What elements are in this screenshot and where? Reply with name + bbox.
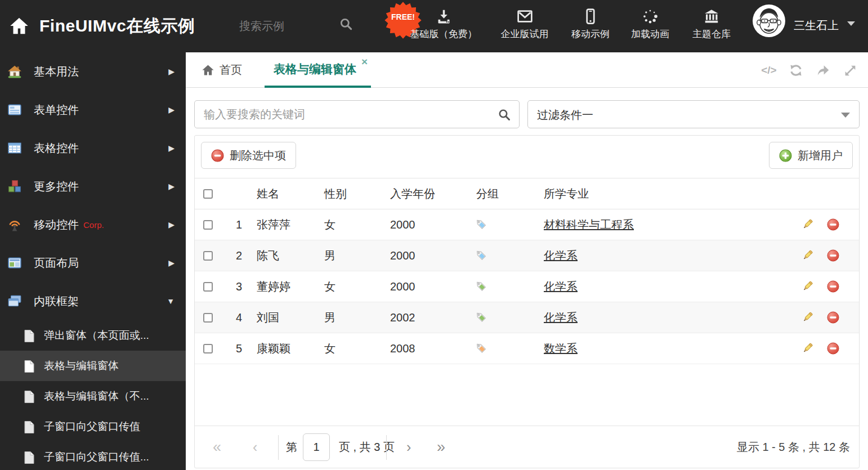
tag-icon bbox=[474, 248, 487, 264]
row-checkbox[interactable] bbox=[203, 251, 213, 261]
tab-toolbar: </> bbox=[761, 63, 858, 78]
chevron-down-icon bbox=[841, 113, 850, 118]
cubes-icon bbox=[7, 179, 22, 194]
nav-theme-repository[interactable]: 主题仓库 bbox=[692, 8, 731, 41]
major-link[interactable]: 数学系 bbox=[544, 341, 578, 356]
maximize-icon[interactable] bbox=[842, 63, 858, 78]
column-header-group[interactable]: 分组 bbox=[476, 178, 499, 209]
keyword-search-box bbox=[194, 100, 520, 128]
chevron-right-icon: ▶ bbox=[168, 67, 175, 76]
mobile-phone-icon bbox=[582, 8, 599, 25]
user-avatar[interactable] bbox=[753, 5, 785, 37]
sidebar-subitem-label: 子窗口向父窗口传值... bbox=[44, 450, 149, 464]
row-checkbox[interactable] bbox=[203, 282, 213, 292]
sidebar-item-page-layout[interactable]: 页面布局 ▶ bbox=[0, 244, 186, 282]
tag-icon bbox=[474, 341, 487, 357]
divider bbox=[278, 426, 279, 468]
tab-home[interactable]: 首页 bbox=[202, 52, 242, 87]
sidebar-subitem-child-to-parent-2[interactable]: 子窗口向父窗口传值... bbox=[0, 442, 186, 470]
home-icon[interactable] bbox=[9, 16, 29, 36]
header-search-input[interactable] bbox=[239, 16, 332, 36]
page-prefix-label: 第 bbox=[286, 426, 297, 468]
major-link[interactable]: 化学系 bbox=[544, 310, 578, 325]
sidebar-item-label: 移动控件 bbox=[34, 217, 79, 232]
file-icon bbox=[24, 390, 35, 402]
tab-label: 表格与编辑窗体 bbox=[274, 61, 356, 77]
filter-dropdown[interactable]: 过滤条件一 bbox=[527, 100, 860, 128]
delete-row-button[interactable] bbox=[827, 240, 839, 271]
keyword-search-input[interactable] bbox=[195, 101, 519, 128]
cell-year: 2002 bbox=[390, 302, 415, 333]
record-count-summary: 显示 1 - 5 条 , 共 12 条 bbox=[737, 426, 850, 468]
column-header-major[interactable]: 所学专业 bbox=[544, 178, 589, 209]
search-icon[interactable] bbox=[498, 108, 511, 122]
select-all-checkbox[interactable] bbox=[203, 189, 213, 199]
edit-row-button[interactable] bbox=[801, 271, 813, 302]
sidebar-subitem-grid-edit-window[interactable]: 表格与编辑窗体 bbox=[0, 351, 186, 381]
close-icon[interactable]: × bbox=[361, 56, 368, 67]
edit-row-button[interactable] bbox=[801, 333, 813, 364]
sidebar-item-inline-frame[interactable]: 内联框架 ▼ bbox=[0, 282, 186, 320]
main-content: 首页 表格与编辑窗体 × </> bbox=[186, 52, 868, 470]
delete-selected-button[interactable]: 删除选中项 bbox=[201, 142, 296, 169]
delete-selected-label: 删除选中项 bbox=[230, 148, 286, 163]
sidebar-item-label: 基本用法 bbox=[34, 64, 79, 79]
edit-row-button[interactable] bbox=[801, 302, 813, 333]
app-title: FineUIMvc在线示例 bbox=[39, 15, 195, 38]
delete-row-button[interactable] bbox=[827, 302, 839, 333]
refresh-icon[interactable] bbox=[788, 63, 804, 78]
next-page-button[interactable]: › bbox=[406, 426, 411, 468]
user-name[interactable]: 三生石上 bbox=[794, 18, 839, 33]
nav-loading-animations[interactable]: 加载动画 bbox=[631, 8, 669, 41]
sidebar-subitem-label: 子窗口向父窗口传值 bbox=[44, 419, 140, 434]
major-link[interactable]: 材料科学与工程系 bbox=[544, 217, 634, 232]
first-page-button[interactable]: « bbox=[213, 426, 221, 468]
sidebar-item-grid-controls[interactable]: 表格控件 ▶ bbox=[0, 129, 186, 167]
cell-gender: 男 bbox=[324, 240, 335, 271]
sidebar-item-basic-usage[interactable]: 基本用法 ▶ bbox=[0, 52, 186, 91]
major-link[interactable]: 化学系 bbox=[544, 279, 578, 294]
delete-row-button[interactable] bbox=[827, 271, 839, 302]
sidebar-subitem-popup-window[interactable]: 弹出窗体（本页面或... bbox=[0, 320, 186, 351]
edit-row-button[interactable] bbox=[801, 209, 813, 240]
last-page-button[interactable]: » bbox=[437, 426, 445, 468]
sidebar-subitem-child-to-parent[interactable]: 子窗口向父窗口传值 bbox=[0, 411, 186, 442]
row-number: 3 bbox=[224, 271, 242, 302]
sidebar-subitem-grid-edit-window-2[interactable]: 表格与编辑窗体（不... bbox=[0, 381, 186, 411]
chevron-right-icon: ▶ bbox=[168, 258, 175, 267]
nav-enterprise-trial[interactable]: 企业版试用 bbox=[501, 8, 549, 41]
sidebar-item-more-controls[interactable]: 更多控件 ▶ bbox=[0, 167, 186, 205]
sidebar-item-form-controls[interactable]: 表单控件 ▶ bbox=[0, 91, 186, 129]
row-checkbox[interactable] bbox=[203, 220, 213, 230]
major-link[interactable]: 化学系 bbox=[544, 248, 578, 263]
cell-gender: 女 bbox=[324, 209, 335, 240]
previous-page-button[interactable]: ‹ bbox=[253, 426, 257, 468]
add-user-label: 新增用户 bbox=[798, 148, 843, 163]
cell-name: 刘国 bbox=[257, 302, 279, 333]
file-icon bbox=[24, 360, 35, 372]
column-header-name[interactable]: 姓名 bbox=[257, 178, 279, 209]
pagination-bar: « ‹ 第 页 , 共 3 页 › » 显示 1 - 5 条 , 共 12 条 bbox=[195, 426, 859, 468]
source-code-icon[interactable]: </> bbox=[761, 63, 777, 78]
user-menu-caret-icon[interactable] bbox=[847, 21, 855, 26]
divider bbox=[386, 426, 387, 468]
file-icon bbox=[24, 420, 35, 433]
tab-grid-edit-window[interactable]: 表格与编辑窗体 × bbox=[265, 52, 371, 88]
nav-mobile-examples[interactable]: 移动示例 bbox=[571, 8, 610, 41]
open-new-window-icon[interactable] bbox=[815, 63, 831, 78]
edit-row-button[interactable] bbox=[801, 240, 813, 271]
sidebar-item-mobile-controls[interactable]: 移动控件 Corp. ▶ bbox=[0, 205, 186, 244]
column-header-gender[interactable]: 性别 bbox=[324, 178, 347, 209]
page-number-input[interactable] bbox=[303, 433, 330, 461]
add-user-button[interactable]: 新增用户 bbox=[769, 142, 853, 169]
delete-row-button[interactable] bbox=[827, 209, 839, 240]
cell-gender: 女 bbox=[324, 271, 335, 302]
header-search-icon[interactable] bbox=[339, 17, 354, 32]
chevron-right-icon: ▶ bbox=[168, 144, 175, 153]
row-checkbox[interactable] bbox=[203, 344, 213, 353]
cell-year: 2000 bbox=[390, 240, 415, 271]
row-checkbox[interactable] bbox=[203, 313, 213, 323]
delete-row-button[interactable] bbox=[827, 333, 839, 364]
nav-basic-edition[interactable]: 基础版（免费） bbox=[410, 8, 477, 41]
column-header-year[interactable]: 入学年份 bbox=[390, 178, 435, 209]
